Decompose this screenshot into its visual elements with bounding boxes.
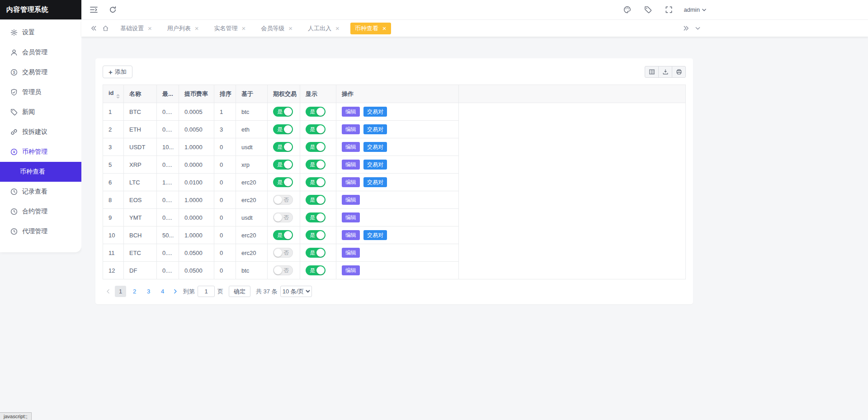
pair-button[interactable]: 交易对 xyxy=(363,124,387,134)
main-area: 基础设置×用户列表×实名管理×会员等级×人工出入×币种查看× + 添加 xyxy=(81,20,868,420)
sidebar-item-record-view[interactable]: 记录查看 xyxy=(0,182,81,202)
tab-1[interactable]: 用户列表× xyxy=(163,23,203,34)
edit-button[interactable]: 编辑 xyxy=(342,177,360,187)
sort-icon[interactable] xyxy=(116,94,120,99)
table-row: 12DF0....0.05000btc否是编辑 xyxy=(103,262,686,279)
toggle-off[interactable]: 否 xyxy=(273,248,293,258)
column-header-0[interactable]: id xyxy=(103,85,124,103)
toggle-on[interactable]: 是 xyxy=(306,230,326,240)
toggle-on[interactable]: 是 xyxy=(306,177,326,187)
tab-2[interactable]: 实名管理× xyxy=(210,23,250,34)
toggle-on[interactable]: 是 xyxy=(273,160,293,170)
toggle-on[interactable]: 是 xyxy=(306,107,326,117)
tabs-menu-icon[interactable] xyxy=(692,23,703,34)
edit-button[interactable]: 编辑 xyxy=(342,160,360,170)
pair-button[interactable]: 交易对 xyxy=(363,107,387,117)
toggle-on[interactable]: 是 xyxy=(273,230,293,240)
page-size-select[interactable]: 10 条/页 xyxy=(280,286,312,297)
toggle-on[interactable]: 是 xyxy=(273,142,293,152)
edit-button[interactable]: 编辑 xyxy=(342,248,360,258)
sidebar-item-agent-management[interactable]: 代理管理 xyxy=(0,222,81,241)
toggle-on[interactable]: 是 xyxy=(306,195,326,205)
tag-icon[interactable] xyxy=(641,2,656,18)
tab-close-icon[interactable]: × xyxy=(195,25,199,32)
sidebar-item-label: 币种查看 xyxy=(20,168,45,176)
confirm-button[interactable]: 确定 xyxy=(229,286,250,297)
sidebar-item-settings[interactable]: 设置 xyxy=(0,23,81,42)
edit-button[interactable]: 编辑 xyxy=(342,124,360,134)
toggle-on[interactable]: 是 xyxy=(306,160,326,170)
cell-option-trade: 是 xyxy=(268,103,300,121)
user-menu[interactable]: admin xyxy=(684,6,706,13)
toggle-on[interactable]: 是 xyxy=(306,212,326,222)
toggle-knob xyxy=(316,196,325,204)
toggle-off[interactable]: 否 xyxy=(273,212,293,222)
collapse-menu-icon[interactable] xyxy=(86,2,101,18)
cell-base: btc xyxy=(236,262,268,279)
sidebar-item-member-management[interactable]: 会员管理 xyxy=(0,42,81,62)
tab-close-icon[interactable]: × xyxy=(335,25,340,32)
home-tab-icon[interactable] xyxy=(99,23,111,34)
fullscreen-icon[interactable] xyxy=(661,2,677,18)
sidebar-item-administrators[interactable]: 管理员 xyxy=(0,82,81,102)
cell-max: 10... xyxy=(157,138,179,156)
tab-3[interactable]: 会员等级× xyxy=(256,23,297,34)
edit-button[interactable]: 编辑 xyxy=(342,142,360,152)
page-button-2[interactable]: 2 xyxy=(129,286,140,297)
tabs-scroll-right-icon[interactable] xyxy=(680,23,692,34)
edit-button[interactable]: 编辑 xyxy=(342,195,360,205)
toggle-on[interactable]: 是 xyxy=(306,265,326,275)
svg-text:¥: ¥ xyxy=(13,150,15,154)
toggle-on[interactable]: 是 xyxy=(273,107,293,117)
cell-name: BTC xyxy=(124,103,157,121)
add-button[interactable]: + 添加 xyxy=(103,66,132,78)
cell-sort: 0 xyxy=(214,191,236,209)
tab-close-icon[interactable]: × xyxy=(148,25,152,32)
prev-page-icon[interactable] xyxy=(103,286,113,297)
tab-0[interactable]: 基础设置× xyxy=(116,23,156,34)
sidebar-item-contract-management[interactable]: 合约管理 xyxy=(0,202,81,222)
toggle-on[interactable]: 是 xyxy=(306,142,326,152)
toggle-off[interactable]: 否 xyxy=(273,195,293,205)
toggle-on[interactable]: 是 xyxy=(306,124,326,134)
pair-button[interactable]: 交易对 xyxy=(363,142,387,152)
tab-4[interactable]: 人工出入× xyxy=(303,23,344,34)
column-header-2: 最... xyxy=(157,85,179,103)
page-button-1[interactable]: 1 xyxy=(115,286,126,297)
sidebar-item-label: 新闻 xyxy=(22,108,35,116)
pair-button[interactable]: 交易对 xyxy=(363,230,387,240)
edit-button[interactable]: 编辑 xyxy=(342,265,360,275)
edit-button[interactable]: 编辑 xyxy=(342,212,360,222)
cell-sort: 0 xyxy=(214,209,236,227)
page-button-4[interactable]: 4 xyxy=(157,286,168,297)
export-button[interactable] xyxy=(658,66,672,78)
refresh-icon[interactable] xyxy=(105,2,120,18)
edit-button[interactable]: 编辑 xyxy=(342,107,360,117)
pair-button[interactable]: 交易对 xyxy=(363,160,387,170)
cell-name: USDT xyxy=(124,138,157,156)
toggle-on[interactable]: 是 xyxy=(273,177,293,187)
table-tools xyxy=(645,66,686,78)
tab-close-icon[interactable]: × xyxy=(382,25,387,32)
sidebar-item-currency-view[interactable]: 币种查看 xyxy=(0,162,81,182)
sidebar-item-feedback[interactable]: 投拆建议 xyxy=(0,122,81,142)
theme-icon[interactable] xyxy=(620,2,635,18)
tab-5[interactable]: 币种查看× xyxy=(350,23,391,34)
goto-page-input[interactable] xyxy=(198,286,215,297)
page-button-3[interactable]: 3 xyxy=(143,286,154,297)
edit-button[interactable]: 编辑 xyxy=(342,230,360,240)
toggle-on[interactable]: 是 xyxy=(306,248,326,258)
toggle-off[interactable]: 否 xyxy=(273,265,293,275)
tabs-scroll-left-icon[interactable] xyxy=(88,23,99,34)
next-page-icon[interactable] xyxy=(170,286,180,297)
tab-close-icon[interactable]: × xyxy=(288,25,292,32)
columns-button[interactable] xyxy=(645,66,659,78)
pair-button[interactable]: 交易对 xyxy=(363,177,387,187)
sidebar-item-news[interactable]: 新闻 xyxy=(0,102,81,122)
tab-close-icon[interactable]: × xyxy=(242,25,246,32)
toggle-on[interactable]: 是 xyxy=(273,124,293,134)
sidebar-item-currency-management[interactable]: ¥币种管理 xyxy=(0,142,81,162)
print-button[interactable] xyxy=(672,66,686,78)
sidebar-item-trade-management[interactable]: $交易管理 xyxy=(0,62,81,82)
cell-fee: 1.0000 xyxy=(179,227,214,244)
